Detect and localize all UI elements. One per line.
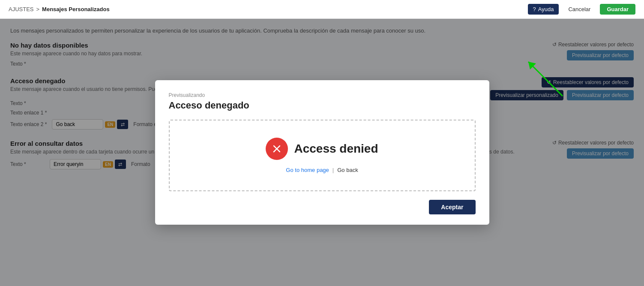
link-separator: | [332, 167, 334, 173]
svg-marker-1 [528, 62, 536, 69]
x-icon [270, 142, 283, 155]
top-nav-actions: ? Ayuda Cancelar Guardar [528, 4, 635, 15]
modal-footer: Aceptar [169, 200, 476, 214]
access-denied-row: Access denied [266, 138, 378, 160]
modal-subtitle: Previsualizando [169, 92, 476, 98]
breadcrumb-current: Mensajes Personalizados [42, 6, 110, 12]
access-denied-heading: Access denied [294, 142, 378, 156]
breadcrumb: AJUSTES > Mensajes Personalizados [9, 6, 110, 12]
help-button[interactable]: ? Ayuda [528, 4, 559, 15]
save-button[interactable]: Guardar [600, 4, 635, 15]
aceptar-button[interactable]: Aceptar [429, 200, 475, 214]
modal-title: Acceso denegado [169, 100, 476, 111]
error-circle-icon [266, 138, 288, 160]
main-content: Los mensajes personalizados te permiten … [0, 19, 644, 286]
modal-preview-box: Access denied Go to home page | Go back [169, 120, 476, 191]
preview-modal: Previsualizando Acceso denegado Access d… [155, 80, 489, 225]
cancel-button[interactable]: Cancelar [563, 4, 596, 15]
breadcrumb-parent: AJUSTES [9, 6, 34, 12]
go-home-link[interactable]: Go to home page [286, 167, 329, 173]
svg-line-0 [528, 62, 563, 96]
go-back-link[interactable]: Go back [337, 167, 358, 173]
modal-overlay: Previsualizando Acceso denegado Access d… [0, 19, 644, 286]
top-nav: AJUSTES > Mensajes Personalizados ? Ayud… [0, 0, 644, 19]
green-arrow-annotation [520, 53, 571, 105]
modal-links-row: Go to home page | Go back [286, 167, 358, 173]
breadcrumb-separator: > [36, 6, 40, 12]
question-icon: ? [533, 6, 536, 12]
